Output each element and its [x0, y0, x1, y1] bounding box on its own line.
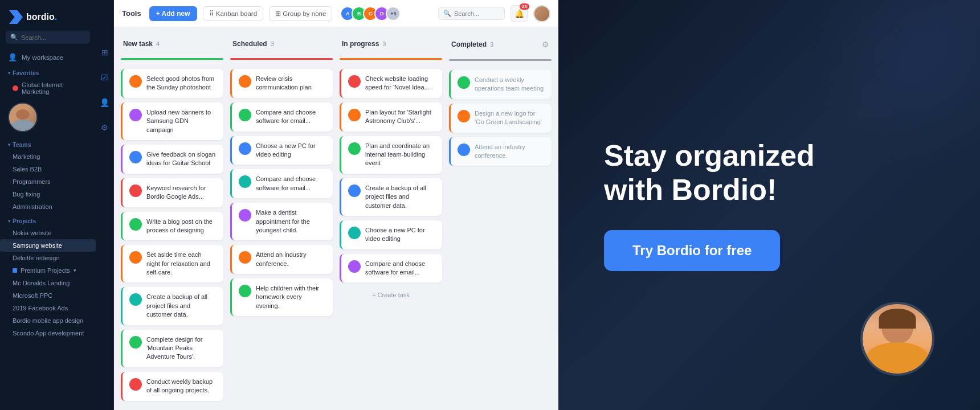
card-avatar: [458, 76, 470, 89]
icon-nav: ⊞ ☑ 👤 ⚙: [96, 0, 114, 410]
card-new-2[interactable]: Upload new banners to Samsung GDN campai…: [121, 102, 223, 140]
column-new-task: New task 4 Select good photos from the S…: [121, 36, 223, 401]
card-avatar: [129, 75, 142, 88]
card-avatar: [239, 251, 251, 264]
sidebar-search-container[interactable]: 🔍: [6, 31, 90, 44]
card-new-8[interactable]: Complete design for 'Mountain Peaks Adve…: [121, 330, 223, 367]
card-avatar: [129, 251, 142, 264]
logo[interactable]: bordio.: [0, 0, 96, 31]
card-sched-6[interactable]: Attend an industry conference.: [230, 245, 333, 274]
card-avatar: [348, 227, 361, 239]
card-comp-1[interactable]: Conduct a weekly operations team meeting: [449, 70, 552, 99]
col-underline-completed: [449, 59, 552, 61]
icon-nav-tasks[interactable]: ☑: [99, 71, 111, 84]
card-avatar: [239, 75, 251, 88]
add-new-button[interactable]: + Add new: [149, 6, 197, 21]
card-prog-1[interactable]: Check website loading speed for 'Novel I…: [340, 69, 442, 98]
sidebar-item-sales-b2b[interactable]: Sales B2B: [0, 163, 96, 175]
promo-panel: Stay organizedwith Bordio! Try Bordio fo…: [558, 0, 980, 410]
group-by-button[interactable]: ⊞ Group by none: [269, 6, 332, 21]
logo-icon: [9, 10, 23, 24]
card-new-9[interactable]: Conduct weekly backup of all ongoing pro…: [121, 372, 223, 401]
col-header-scheduled: Scheduled 3: [230, 36, 333, 54]
card-prog-3[interactable]: Plan and coordinate an internal team-bui…: [340, 136, 442, 174]
card-new-3[interactable]: Give feedback on slogan ideas for Guitar…: [121, 145, 223, 174]
card-avatar: [239, 285, 251, 297]
card-avatar: [129, 378, 142, 391]
sidebar-item-nokia-website[interactable]: Nokia website: [0, 227, 96, 239]
logo-text: bordio.: [26, 12, 57, 22]
icon-nav-user[interactable]: 👤: [97, 96, 112, 109]
sidebar-item-mc-donalds[interactable]: Mc Donalds Landing: [0, 277, 96, 289]
main-content: Tools + Add new ⠿ Kanban board ⊞ Group b…: [114, 0, 558, 410]
card-prog-2[interactable]: Plan layout for 'Starlight Astronomy Clu…: [340, 102, 442, 132]
search-input[interactable]: [454, 10, 500, 17]
card-avatar: [129, 218, 142, 231]
sidebar-item-scondo[interactable]: Scondo App development: [0, 327, 96, 339]
sidebar-item-administration[interactable]: Administration: [0, 200, 96, 213]
col-settings-button[interactable]: ⚙: [542, 40, 549, 49]
notifications-button[interactable]: 🔔 23: [511, 5, 528, 22]
card-avatar: [129, 293, 142, 306]
card-sched-7[interactable]: Help children with their homework every …: [230, 278, 333, 316]
card-new-6[interactable]: Set aside time each night for relaxation…: [121, 245, 223, 282]
card-prog-4[interactable]: Create a backup of all project files and…: [340, 178, 442, 216]
sidebar-item-programmers[interactable]: Programmers: [0, 175, 96, 188]
card-avatar: [348, 260, 361, 273]
sidebar-group-favorites[interactable]: ▾ Favorites: [0, 65, 96, 79]
kanban-columns: New task 4 Select good photos from the S…: [121, 36, 552, 401]
card-avatar: [129, 151, 142, 163]
promo-cta-button[interactable]: Try Bordio for free: [604, 230, 780, 271]
column-in-progress: In progress 3 Check website loading spee…: [340, 36, 442, 401]
card-sched-4[interactable]: Compare and choose software for email...: [230, 169, 333, 198]
card-prog-6[interactable]: Compare and choose software for email...: [340, 254, 442, 283]
col-underline-in-progress: [340, 58, 442, 60]
sidebar-nav: 👤 My workspace ▾ Favorites Global Intern…: [0, 50, 96, 410]
card-new-4[interactable]: Keyword research for Bordio Google Ads..…: [121, 178, 223, 207]
search-icon: 🔍: [443, 10, 451, 17]
col-header-in-progress: In progress 3: [340, 36, 442, 54]
card-sched-5[interactable]: Make a dentist appointment for the young…: [230, 203, 333, 240]
sidebar-item-bordio-mobile[interactable]: Bordio mobile app design: [0, 314, 96, 327]
sidebar-item-samsung-website[interactable]: Samsung website: [0, 239, 96, 252]
card-avatar: [129, 184, 142, 197]
card-sched-3[interactable]: Choose a new PC for video editing: [230, 136, 333, 165]
card-sched-2[interactable]: Compare and choose software for email...: [230, 102, 333, 132]
chevron-teams-icon: ▾: [8, 142, 10, 147]
sidebar-item-microsoft-ppc[interactable]: Microsoft PPC: [0, 289, 96, 302]
column-completed: Completed 3 ⚙ Conduct a weekly operation…: [449, 36, 552, 401]
card-avatar: [239, 109, 251, 121]
card-new-1[interactable]: Select good photos from the Sunday photo…: [121, 69, 223, 98]
col-title-new-task: New task 4: [123, 40, 160, 48]
card-prog-5[interactable]: Choose a new PC for video editing: [340, 220, 442, 249]
sidebar-item-bug-fixing[interactable]: Bug fixing: [0, 188, 96, 200]
sidebar-group-projects[interactable]: ▾ Projects: [0, 213, 96, 227]
sidebar-item-global-internet-marketing[interactable]: Global Internet Marketing: [0, 79, 96, 98]
card-avatar: [239, 142, 251, 155]
sidebar-item-premium-projects[interactable]: Premium Projects ▾: [0, 264, 96, 277]
card-new-5[interactable]: Write a blog post on the process of desi…: [121, 212, 223, 241]
toolbar-search[interactable]: 🔍: [438, 7, 505, 20]
col-title-scheduled: Scheduled 3: [232, 40, 274, 48]
sidebar-group-teams[interactable]: ▾ Teams: [0, 137, 96, 150]
kanban-board-button[interactable]: ⠿ Kanban board: [203, 6, 263, 21]
sidebar-search-input[interactable]: [21, 34, 85, 41]
card-new-7[interactable]: Create a backup of all project files and…: [121, 287, 223, 325]
sidebar-item-2019-facebook[interactable]: 2019 Facebook Ads: [0, 302, 96, 314]
card-avatar: [348, 142, 361, 155]
card-comp-3[interactable]: Attend an industry conference.: [449, 137, 552, 166]
card-comp-2[interactable]: Design a new logo for 'Go Green Landscap…: [449, 104, 552, 133]
user-avatar[interactable]: [533, 5, 550, 22]
card-sched-1[interactable]: Review crisis communication plan: [230, 69, 333, 98]
sidebar-user-avatar[interactable]: [8, 102, 88, 132]
sidebar-item-marketing[interactable]: Marketing: [0, 150, 96, 163]
icon-nav-settings[interactable]: ⚙: [99, 121, 111, 134]
create-task-button[interactable]: + Create task: [340, 287, 442, 303]
sidebar-item-my-workspace[interactable]: 👤 My workspace: [0, 50, 96, 65]
icon-nav-grid[interactable]: ⊞: [99, 46, 111, 59]
sidebar-item-deloitte-redesign[interactable]: Deloitte redesign: [0, 252, 96, 264]
search-icon: 🔍: [10, 34, 18, 41]
premium-icon: [13, 268, 17, 273]
sidebar: bordio. 🔍 👤 My workspace ▾ Favorites Glo…: [0, 0, 96, 410]
card-avatar: [239, 175, 251, 188]
